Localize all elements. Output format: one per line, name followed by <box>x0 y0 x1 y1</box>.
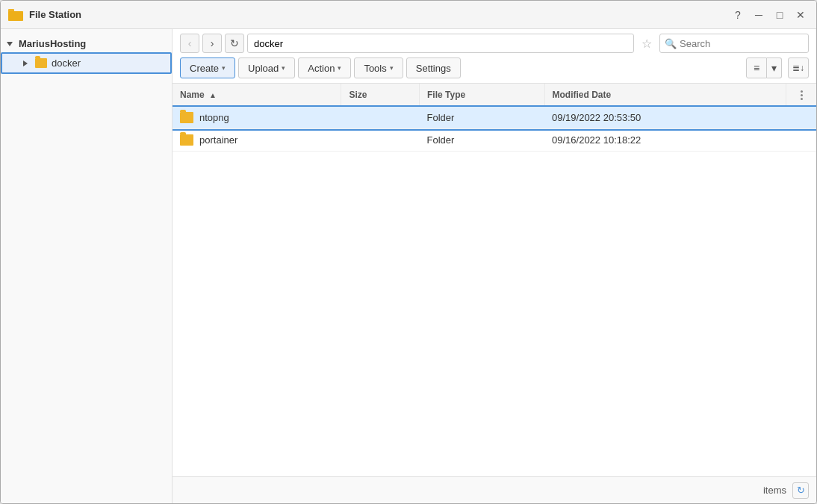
cell-size <box>341 107 420 129</box>
search-input[interactable] <box>680 38 804 49</box>
sort-indicator: ▲ <box>209 91 217 99</box>
refresh-button[interactable]: ↻ <box>225 34 244 53</box>
sidebar-item-docker[interactable]: docker <box>1 52 172 74</box>
search-icon: 🔍 <box>665 38 677 49</box>
cell-file-type: Folder <box>420 107 545 129</box>
create-button[interactable]: Create ▾ <box>180 57 235 78</box>
sidebar-item-label: docker <box>52 57 81 69</box>
col-file-type[interactable]: File Type <box>420 84 545 107</box>
titlebar: File Station ? ─ □ ✕ <box>1 1 816 29</box>
cell-more <box>786 107 817 129</box>
col-more[interactable] <box>786 84 817 107</box>
cell-file-type: Folder <box>420 129 545 152</box>
app-title: File Station <box>29 9 724 20</box>
app-icon <box>8 7 23 22</box>
close-button[interactable]: ✕ <box>792 7 809 23</box>
table-row[interactable]: ntopngFolder09/19/2022 20:53:50 <box>173 107 816 129</box>
view-buttons: ≡ ▾ <box>746 57 782 78</box>
folder-icon <box>180 134 193 146</box>
upload-button[interactable]: Upload ▾ <box>238 57 295 78</box>
toolbar: ‹ › ↻ ☆ 🔍 <box>173 29 816 84</box>
forward-button[interactable]: › <box>202 34 222 53</box>
sidebar-group-label: MariusHosting <box>19 38 86 49</box>
buttons-row: Create ▾ Upload ▾ Action ▾ Tools ▾ <box>180 57 809 78</box>
bottombar: items ↻ <box>173 476 816 503</box>
folder-icon <box>35 58 47 68</box>
col-modified-date[interactable]: Modified Date <box>544 84 786 107</box>
file-list: Name ▲ Size File Type Modified Date <box>173 84 816 476</box>
table-header-row: Name ▲ Size File Type Modified Date <box>173 84 816 107</box>
collapse-icon <box>7 42 13 46</box>
folder-icon <box>180 112 193 123</box>
col-name[interactable]: Name ▲ <box>173 84 341 107</box>
sidebar: MariusHosting docker <box>1 29 173 503</box>
favorite-button[interactable]: ☆ <box>637 34 656 53</box>
cell-name: ntopng <box>173 107 341 129</box>
file-table: Name ▲ Size File Type Modified Date <box>173 84 816 152</box>
more-options-icon[interactable] <box>794 90 809 100</box>
cell-modified-date: 09/19/2022 20:53:50 <box>544 107 786 129</box>
help-button[interactable]: ? <box>730 7 746 23</box>
table-row[interactable]: portainerFolder09/16/2022 10:18:22 <box>173 129 816 152</box>
expand-icon <box>23 60 28 66</box>
sort-button[interactable]: ≣↓ <box>788 57 809 78</box>
items-label: items <box>763 485 786 496</box>
svg-rect-2 <box>8 11 23 21</box>
address-input[interactable] <box>247 34 634 53</box>
cell-name: portainer <box>173 129 341 152</box>
cell-size <box>341 129 420 152</box>
sort-icon: ≣↓ <box>792 63 804 73</box>
view-dropdown-button[interactable]: ▾ <box>767 57 782 78</box>
settings-button[interactable]: Settings <box>406 57 461 78</box>
sidebar-group-mariushosting[interactable]: MariusHosting <box>1 35 172 52</box>
search-box[interactable]: 🔍 <box>659 34 809 53</box>
col-size[interactable]: Size <box>341 84 420 107</box>
maximize-button[interactable]: □ <box>771 7 788 23</box>
main-area: MariusHosting docker ‹ › <box>1 29 816 503</box>
cell-modified-date: 09/16/2022 10:18:22 <box>544 129 786 152</box>
upload-dropdown-arrow: ▾ <box>282 64 285 72</box>
tools-button[interactable]: Tools ▾ <box>354 57 403 78</box>
addressbar: ‹ › ↻ ☆ 🔍 <box>180 34 809 53</box>
back-button[interactable]: ‹ <box>180 34 199 53</box>
tools-dropdown-arrow: ▾ <box>390 64 394 72</box>
minimize-button[interactable]: ─ <box>751 7 767 23</box>
create-dropdown-arrow: ▾ <box>222 64 226 72</box>
list-view-button[interactable]: ≡ <box>746 57 767 78</box>
action-dropdown-arrow: ▾ <box>338 64 341 72</box>
file-station-window: File Station ? ─ □ ✕ MariusHosting docke… <box>0 0 817 504</box>
action-button[interactable]: Action ▾ <box>298 57 351 78</box>
content-area: ‹ › ↻ ☆ 🔍 <box>173 29 816 503</box>
window-controls: ? ─ □ ✕ <box>730 7 809 23</box>
refresh-small-button[interactable]: ↻ <box>792 482 809 499</box>
cell-more <box>786 129 817 152</box>
